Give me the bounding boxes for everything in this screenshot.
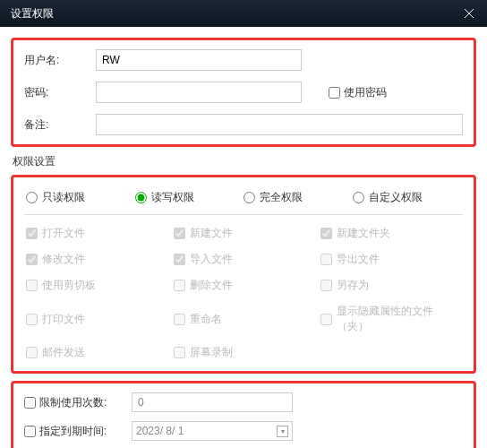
permission-item-label: 另存为 [337, 278, 369, 293]
use-password-label: 使用密码 [344, 85, 387, 100]
date-dropdown-icon[interactable]: ▾ [277, 426, 288, 437]
username-label: 用户名: [24, 53, 96, 68]
permission-item-label: 邮件发送 [42, 345, 85, 360]
permission-radio-input[interactable] [135, 192, 147, 203]
permission-radio-input[interactable] [26, 192, 38, 203]
permission-grid: 打开文件新建文件新建文件夹修改文件导入文件导出文件使用剪切板删除文件另存为打印文… [24, 224, 463, 362]
permission-item-label: 新建文件 [190, 226, 233, 241]
titlebar: 设置权限 [0, 0, 487, 27]
expiry-label: 指定到期时间: [39, 424, 107, 439]
use-count-checkbox[interactable] [24, 397, 36, 409]
permission-item-checkbox [320, 314, 332, 325]
permission-type-radios: 只读权限读写权限完全权限自定义权限 [24, 186, 463, 215]
permission-item-6[interactable]: 使用剪切板 [26, 278, 167, 293]
permission-item-checkbox [320, 254, 332, 265]
permission-item-label: 屏幕录制 [190, 345, 233, 360]
permission-section: 只读权限读写权限完全权限自定义权限 打开文件新建文件新建文件夹修改文件导入文件导… [11, 175, 476, 374]
permission-item-10[interactable]: 重命名 [174, 304, 314, 334]
permission-item-9[interactable]: 打印文件 [26, 304, 167, 334]
permission-radio-label: 只读权限 [42, 190, 85, 205]
permission-radio-label: 自定义权限 [369, 190, 423, 205]
limits-section: 限制使用次数: 指定到期时间: 2023/ 8/ 1 ▾ [11, 381, 476, 448]
password-input[interactable] [96, 82, 302, 103]
permission-item-checkbox [174, 280, 185, 291]
username-input[interactable] [96, 49, 302, 71]
permission-item-checkbox [320, 228, 332, 239]
permission-item-checkbox [26, 280, 38, 291]
permission-item-label: 删除文件 [190, 278, 233, 293]
use-count-option[interactable]: 限制使用次数: [24, 395, 132, 410]
permission-item-3[interactable]: 修改文件 [26, 252, 167, 267]
close-button[interactable] [451, 0, 487, 27]
permission-radio-0[interactable]: 只读权限 [26, 190, 135, 205]
permission-radio-2[interactable]: 完全权限 [244, 190, 353, 205]
permission-radio-3[interactable]: 自定义权限 [353, 190, 462, 205]
permission-item-label: 使用剪切板 [42, 278, 96, 293]
permission-item-label: 打印文件 [42, 312, 85, 327]
permission-item-checkbox [174, 347, 185, 358]
permission-item-5[interactable]: 导出文件 [320, 252, 461, 267]
basic-info-section: 用户名: 密码: 使用密码 备注: [11, 38, 476, 147]
use-count-input[interactable] [132, 392, 293, 412]
close-icon [464, 8, 474, 19]
permission-item-label: 显示隐藏属性的文件（夹） [337, 304, 461, 334]
permission-radio-1[interactable]: 读写权限 [135, 190, 244, 205]
expiry-date-value: 2023/ 8/ 1 [136, 425, 184, 437]
permission-item-checkbox [26, 228, 38, 239]
permission-item-4[interactable]: 导入文件 [174, 252, 314, 267]
permission-item-0[interactable]: 打开文件 [26, 226, 167, 241]
permission-item-12[interactable]: 邮件发送 [26, 345, 167, 360]
permission-item-7[interactable]: 删除文件 [174, 278, 314, 293]
expiry-date-picker[interactable]: 2023/ 8/ 1 ▾ [132, 421, 293, 441]
permission-item-checkbox [320, 280, 332, 291]
permission-item-label: 导入文件 [190, 252, 233, 267]
remark-label: 备注: [24, 117, 96, 133]
permission-item-checkbox [26, 254, 38, 265]
permission-radio-label: 完全权限 [260, 190, 303, 205]
permission-item-11[interactable]: 显示隐藏属性的文件（夹） [320, 304, 461, 334]
permission-item-label: 打开文件 [42, 226, 85, 241]
expiry-checkbox[interactable] [24, 426, 36, 437]
expiry-option[interactable]: 指定到期时间: [24, 424, 132, 439]
dialog-content: 用户名: 密码: 使用密码 备注: 权限设置 只读权限读写权限完全权限自定义权限… [0, 27, 487, 448]
use-count-label: 限制使用次数: [39, 395, 107, 410]
permission-item-checkbox [174, 228, 185, 239]
permission-item-checkbox [174, 254, 185, 265]
permission-item-checkbox [26, 347, 38, 358]
permission-item-1[interactable]: 新建文件 [174, 226, 314, 241]
permission-radio-input[interactable] [353, 192, 364, 203]
permission-item-checkbox [26, 314, 38, 325]
use-password-option[interactable]: 使用密码 [329, 85, 387, 100]
password-label: 密码: [24, 85, 96, 100]
remark-input[interactable] [96, 114, 463, 135]
permission-item-label: 重命名 [190, 312, 222, 327]
permission-radio-label: 读写权限 [151, 190, 194, 205]
permission-item-label: 修改文件 [42, 252, 85, 267]
use-password-checkbox[interactable] [329, 87, 340, 99]
permission-radio-input[interactable] [244, 192, 255, 203]
window-title: 设置权限 [11, 6, 54, 22]
permission-item-checkbox [174, 314, 185, 325]
permission-item-label: 导出文件 [337, 252, 380, 267]
permission-item-8[interactable]: 另存为 [320, 278, 461, 293]
permission-section-title: 权限设置 [13, 154, 476, 169]
permission-item-13[interactable]: 屏幕录制 [174, 345, 314, 360]
permission-item-2[interactable]: 新建文件夹 [320, 226, 461, 241]
permission-item-label: 新建文件夹 [337, 226, 390, 241]
